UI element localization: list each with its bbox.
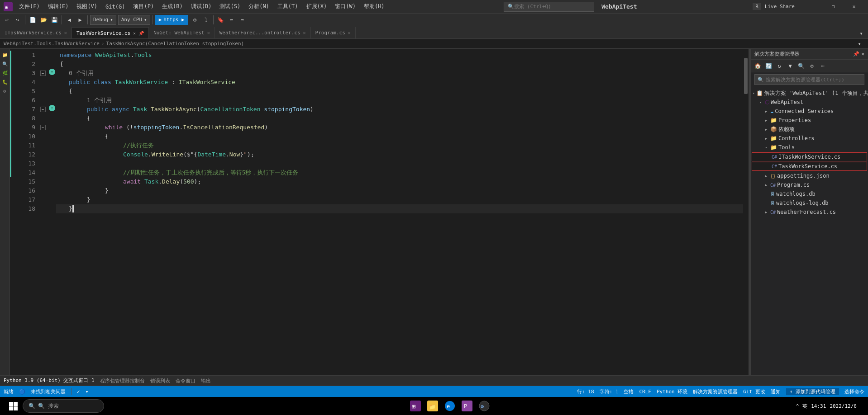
- panel-refresh-btn[interactable]: ↻: [774, 61, 784, 71]
- menu-analyze[interactable]: 分析(N): [245, 2, 273, 11]
- tree-watchlogs[interactable]: 🗄 watchlogs.db: [751, 189, 868, 198]
- menu-build[interactable]: 生成(B): [158, 2, 186, 11]
- forward-button[interactable]: ▶: [75, 15, 85, 25]
- new-file-button[interactable]: 📄: [28, 15, 38, 25]
- taskbar-browser-icon[interactable]: e: [443, 399, 457, 413]
- sidebar-search-icon[interactable]: 🔍: [1, 60, 9, 68]
- tree-appsettings[interactable]: ▶ {} appsettings.json: [751, 171, 868, 180]
- taskbar-vs-icon[interactable]: ⊞: [409, 399, 422, 413]
- menu-tools[interactable]: 工具(T): [274, 2, 302, 11]
- run-button[interactable]: ▶ https ▶: [155, 15, 188, 25]
- menu-project[interactable]: 项目(P): [129, 2, 157, 11]
- panel-search-btn[interactable]: 🔍: [796, 61, 806, 71]
- tab-program-close[interactable]: ✕: [348, 30, 351, 35]
- tree-weatherforecast[interactable]: ▶ C# WeatherForecast.cs: [751, 208, 868, 217]
- prev-bookmark[interactable]: ⬅: [227, 15, 237, 25]
- title-search-bar[interactable]: 🔍 搜索 (Ctrl+Q): [504, 2, 594, 12]
- panel-more-btn[interactable]: ⋯: [818, 61, 828, 71]
- taskbar-purple-icon[interactable]: P: [460, 399, 474, 413]
- minimize-button[interactable]: —: [802, 0, 823, 14]
- tab-taskworkservice-close[interactable]: ✕: [133, 31, 136, 36]
- bottom-tab-cmd[interactable]: 命令窗口: [176, 377, 196, 384]
- tree-watchlogs-log[interactable]: 🗄 watchlogs-log.db: [751, 198, 868, 208]
- tab-weatherforecast[interactable]: WeatherForec...ontroller.cs ✕: [215, 27, 311, 38]
- panel-pin-icon[interactable]: 📌: [853, 51, 859, 57]
- editor-scrollbar[interactable]: [743, 49, 749, 375]
- bottom-tab-nuget[interactable]: 程序包管理器控制台: [100, 377, 145, 384]
- taskbar-file-icon[interactable]: 📁: [426, 399, 439, 413]
- attach-button[interactable]: ⚙: [190, 15, 200, 25]
- breakpoint-3[interactable]: ↑: [49, 69, 55, 75]
- status-notify[interactable]: 通知: [771, 388, 781, 395]
- tree-properties[interactable]: ▶ 📁 Properties: [751, 116, 868, 125]
- status-git[interactable]: Git 更改: [743, 388, 765, 395]
- panel-filter-btn[interactable]: ▼: [785, 61, 795, 71]
- tree-dependencies[interactable]: ▶ 📦 依赖项: [751, 125, 868, 134]
- platform-dropdown[interactable]: Any CPU ▾: [118, 15, 150, 25]
- breadcrumb-expand[interactable]: ▾: [854, 39, 864, 49]
- code-area[interactable]: ↑ ↑ namespace WebApiTest.Tools { 0 个引用 p…: [48, 49, 743, 375]
- tab-itaskworkservice-close[interactable]: ✕: [64, 30, 67, 35]
- collapse-3[interactable]: −: [40, 71, 46, 76]
- tab-weatherforecast-close[interactable]: ✕: [303, 30, 306, 35]
- start-button[interactable]: [5, 398, 21, 414]
- taskbar-search[interactable]: 🔍 🔍 搜索: [23, 399, 104, 413]
- tab-program[interactable]: Program.cs ✕: [311, 27, 356, 38]
- restore-button[interactable]: ❐: [823, 0, 844, 14]
- back-button[interactable]: ◀: [64, 15, 74, 25]
- taskbar-lang-en[interactable]: 英: [802, 403, 807, 410]
- undo-button[interactable]: ↩: [2, 15, 12, 25]
- menu-edit[interactable]: 编辑(E): [44, 2, 72, 11]
- menu-help[interactable]: 帮助(H): [360, 2, 388, 11]
- bottom-tab-python[interactable]: Python 3.9 (64-bit) 交互式窗口 1: [4, 377, 95, 384]
- menu-view[interactable]: 视图(V): [73, 2, 101, 11]
- menu-window[interactable]: 窗口(W): [331, 2, 359, 11]
- tree-project[interactable]: ▾ ⬡ WebApiTest: [751, 98, 868, 107]
- taskbar-chevron-up-icon[interactable]: ^: [796, 403, 799, 409]
- menu-file[interactable]: 文件(F): [15, 2, 43, 11]
- tab-nuget-close[interactable]: ✕: [207, 30, 210, 35]
- collapse-7[interactable]: −: [40, 107, 46, 112]
- tab-taskworkservice[interactable]: TaskWorkService.cs ✕ 📌: [72, 27, 149, 38]
- tree-program[interactable]: ▶ C# Program.cs: [751, 180, 868, 189]
- breakpoint-7[interactable]: ↑: [49, 105, 55, 111]
- menu-test[interactable]: 测试(S): [216, 2, 244, 11]
- save-button[interactable]: 💾: [49, 15, 59, 25]
- tab-nuget[interactable]: NuGet: WebApiTest ✕: [149, 27, 215, 38]
- bottom-tab-errors[interactable]: 错误列表: [150, 377, 170, 384]
- menu-git[interactable]: Git(G): [102, 3, 129, 11]
- sidebar-extensions-icon[interactable]: ⚙: [1, 87, 9, 95]
- panel-settings-btn[interactable]: ⚙: [807, 61, 817, 71]
- tree-itaskworkservice[interactable]: C# ITaskWorkService.cs: [752, 152, 867, 161]
- tab-itaskworkservice[interactable]: ITaskWorkService.cs ✕: [0, 27, 72, 38]
- tree-taskworkservice[interactable]: C# TaskWorkService.cs: [752, 162, 867, 171]
- sidebar-explorer-icon[interactable]: 📁: [1, 51, 9, 59]
- next-bookmark[interactable]: ➡: [238, 15, 248, 25]
- open-button[interactable]: 📂: [38, 15, 48, 25]
- tab-list-button[interactable]: ▾: [856, 28, 866, 38]
- tree-solution-root[interactable]: ▾ 📋 解决方案 'WebApiTest' (1 个项目，共 1 个): [751, 89, 868, 98]
- menu-extensions[interactable]: 扩展(X): [303, 2, 331, 11]
- status-solution-explorer[interactable]: 解决方案资源管理器: [693, 388, 738, 395]
- redo-button[interactable]: ↪: [13, 15, 23, 25]
- status-add-source[interactable]: ↑ 添加到源代码管理: [786, 388, 839, 395]
- panel-home-btn[interactable]: 🏠: [753, 61, 763, 71]
- debug-config-dropdown[interactable]: Debug ▾: [90, 15, 116, 25]
- step-over-button[interactable]: ⤵: [201, 15, 211, 25]
- status-lang[interactable]: 选择命令: [844, 388, 864, 395]
- bottom-tab-output[interactable]: 输出: [201, 377, 211, 384]
- tree-tools[interactable]: ▾ 📁 Tools: [751, 143, 868, 152]
- status-python[interactable]: Python 环境: [657, 388, 687, 395]
- close-button[interactable]: ✕: [844, 0, 864, 14]
- bookmark-button[interactable]: 🔖: [216, 15, 226, 25]
- panel-search-input[interactable]: 🔍 搜索解决方案资源管理器(Ctrl+;): [754, 74, 864, 85]
- menu-debug[interactable]: 调试(D): [187, 2, 215, 11]
- panel-sync-btn[interactable]: 🔄: [763, 61, 773, 71]
- tree-connected-services[interactable]: ▶ ☁ Connected Services: [751, 107, 868, 116]
- taskbar-app5-icon[interactable]: ⚙: [477, 399, 491, 413]
- panel-close-icon[interactable]: ✕: [861, 51, 864, 57]
- sidebar-debug-icon[interactable]: 🐛: [1, 78, 9, 86]
- tree-controllers[interactable]: ▶ 📁 Controllers: [751, 134, 868, 143]
- collapse-9[interactable]: −: [40, 125, 46, 130]
- live-share-btn[interactable]: Live Share: [765, 4, 795, 9]
